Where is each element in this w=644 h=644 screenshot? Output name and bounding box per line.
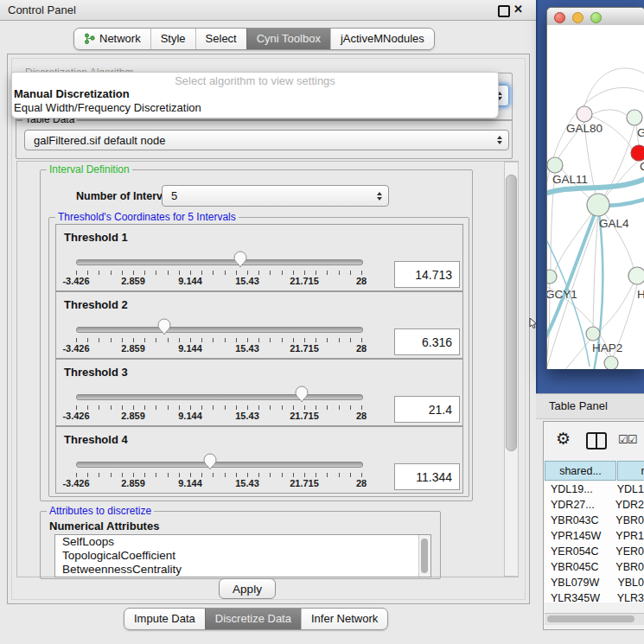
list-scrollbar-thumb[interactable] xyxy=(421,539,428,573)
group-title: Interval Definition xyxy=(47,163,132,176)
node-hap2[interactable] xyxy=(586,327,600,341)
number-of-intervals-value: 5 xyxy=(171,189,177,202)
tab-network-label: Network xyxy=(99,32,141,46)
node-clipped-top[interactable] xyxy=(627,110,642,125)
application: Control Panel ✕ Network Style Select Cyn… xyxy=(0,0,644,644)
table-panel-titlebar: Table Panel xyxy=(536,393,644,419)
slider-ticks xyxy=(76,405,362,410)
panel-title: Control Panel xyxy=(8,3,76,16)
tab-jactivemnodules[interactable]: jActiveMNodules xyxy=(330,29,434,49)
window-minimize-button[interactable] xyxy=(572,12,583,23)
table-row[interactable]: YLR345WYLR3 xyxy=(545,590,644,603)
threshold-4-slider[interactable]: -3.4262.8599.14415.4321.71528 xyxy=(76,458,361,489)
tab-impute-data[interactable]: Impute Data xyxy=(124,609,205,629)
popup-hint: Select algorithm to view settings xyxy=(12,74,498,87)
tab-cyni-toolbox[interactable]: Cyni Toolbox xyxy=(246,29,330,49)
table-row[interactable]: YBR045CYBR0 xyxy=(545,559,644,575)
slider-ticks xyxy=(76,271,362,275)
network-canvas[interactable]: GAL80 G C GAL11 GAL4 GCY1 H HAP2 xyxy=(547,25,644,369)
threshold-value-field[interactable]: 14.713 xyxy=(394,261,460,288)
slider-tick-labels: -3.4262.8599.14415.4321.71528 xyxy=(76,343,361,354)
mouse-cursor xyxy=(529,317,539,329)
table-data-selected-value: galFiltered.sif default node xyxy=(34,134,165,147)
tab-infer-network[interactable]: Infer Network xyxy=(301,609,387,629)
table-row[interactable]: YDR27...YDR2 xyxy=(545,497,644,513)
slider-track[interactable] xyxy=(76,462,363,468)
settings-scrollbar-thumb[interactable] xyxy=(506,175,517,451)
threshold-label: Threshold 1 xyxy=(64,231,128,244)
list-item[interactable]: SelfLoops xyxy=(55,535,430,549)
label-clipped-top: G xyxy=(637,126,644,139)
tab-discretize-data[interactable]: Discretize Data xyxy=(205,609,301,629)
float-panel-icon[interactable] xyxy=(498,5,510,17)
cyni-mode-tabs: Impute Data Discretize Data Infer Networ… xyxy=(124,608,388,630)
node-gal4[interactable] xyxy=(587,194,609,216)
threshold-value-field[interactable]: 6.316 xyxy=(394,328,460,355)
threshold-value-field[interactable]: 11.344 xyxy=(394,463,460,490)
apply-button[interactable]: Apply xyxy=(219,578,276,599)
tab-style[interactable]: Style xyxy=(150,29,195,49)
table-header-row: shared... n xyxy=(545,461,644,481)
slider-track[interactable] xyxy=(76,259,363,265)
columns-icon[interactable] xyxy=(586,432,607,450)
network-window-titlebar[interactable] xyxy=(547,8,644,26)
threshold-4-panel: Threshold 4 -3.4262.8599.14415.4321.7152… xyxy=(55,426,463,494)
table-row[interactable]: YBR043CYBR0 xyxy=(545,513,644,528)
slider-thumb[interactable] xyxy=(203,453,218,470)
table-rows: YDL19...YDL1 YDR27...YDR2 YBR043CYBR0 YP… xyxy=(545,481,644,603)
window-close-button[interactable] xyxy=(554,12,565,23)
threshold-2-slider[interactable]: -3.4262.8599.14415.4321.71528 xyxy=(76,323,361,354)
label-clipped-low: H xyxy=(637,288,644,301)
node-selected-red[interactable] xyxy=(631,145,644,161)
gear-icon[interactable]: ⚙ xyxy=(556,429,571,449)
slider-thumb[interactable] xyxy=(157,318,172,335)
table-row[interactable]: YER054CYER0 xyxy=(545,544,644,559)
slider-thumb[interactable] xyxy=(233,251,248,268)
table-row[interactable]: YBL079WYBL0 xyxy=(545,575,644,590)
node-gcy1[interactable] xyxy=(547,270,557,284)
column-header-name[interactable]: n xyxy=(617,461,644,481)
list-scrollbar-track[interactable] xyxy=(418,535,430,577)
list-item[interactable]: BetweennessCentrality xyxy=(55,563,430,577)
checkboxes-icon[interactable]: ☑☑ xyxy=(618,433,636,446)
label-hap2: HAP2 xyxy=(592,341,622,354)
threshold-label: Threshold 3 xyxy=(64,366,128,379)
table-hscrollbar-track[interactable] xyxy=(545,613,644,625)
close-panel-icon[interactable]: ✕ xyxy=(513,3,523,16)
label-gal4: GAL4 xyxy=(599,217,629,230)
numerical-attributes-list[interactable]: SelfLoops TopologicalCoefficient Between… xyxy=(54,534,431,577)
network-nodes[interactable] xyxy=(547,106,644,369)
number-of-intervals-spinner[interactable]: 5 xyxy=(162,185,389,207)
threshold-1-slider[interactable]: -3.4262.8599.14415.4321.71528 xyxy=(76,256,361,287)
option-equal-width-frequency[interactable]: Equal Width/Frequency Discretization xyxy=(12,101,498,115)
list-item[interactable]: TopologicalCoefficient xyxy=(55,549,430,563)
node-gal11[interactable] xyxy=(547,157,563,173)
tab-select[interactable]: Select xyxy=(195,29,246,49)
network-icon xyxy=(84,33,95,45)
label-gal11: GAL11 xyxy=(552,173,588,186)
threshold-3-slider[interactable]: -3.4262.8599.14415.4321.71528 xyxy=(76,391,361,422)
slider-track[interactable] xyxy=(76,394,363,400)
node-bottom[interactable] xyxy=(604,356,618,369)
table-data-combobox[interactable]: galFiltered.sif default node xyxy=(24,130,509,150)
option-manual-discretization[interactable]: Manual Discretization xyxy=(12,87,498,101)
table-row[interactable]: YDL19...YDL1 xyxy=(545,481,644,497)
node-clipped-low[interactable] xyxy=(628,267,644,284)
window-zoom-button[interactable] xyxy=(590,12,602,23)
slider-tick-labels: -3.4262.8599.14415.4321.71528 xyxy=(76,478,361,489)
algorithm-dropdown-popup: Select algorithm to view settings Manual… xyxy=(11,72,499,118)
slider-thumb[interactable] xyxy=(294,386,309,403)
slider-ticks xyxy=(76,473,362,477)
table-hscrollbar-thumb[interactable] xyxy=(547,615,634,622)
tab-network[interactable]: Network xyxy=(74,29,150,49)
threshold-2-panel: Threshold 2 -3.4262.8599.14415.4321.7152… xyxy=(55,291,463,359)
threshold-label: Threshold 2 xyxy=(64,298,128,311)
table-panel-title: Table Panel xyxy=(549,399,608,412)
slider-ticks xyxy=(76,338,362,342)
threshold-value-field[interactable]: 21.4 xyxy=(394,396,460,423)
label-clipped-mid: C xyxy=(640,160,644,173)
slider-track[interactable] xyxy=(76,327,363,333)
column-header-shared[interactable]: shared... xyxy=(545,461,616,481)
node-gal80[interactable] xyxy=(577,106,592,122)
table-row[interactable]: YPR145WYPR1 xyxy=(545,528,644,544)
